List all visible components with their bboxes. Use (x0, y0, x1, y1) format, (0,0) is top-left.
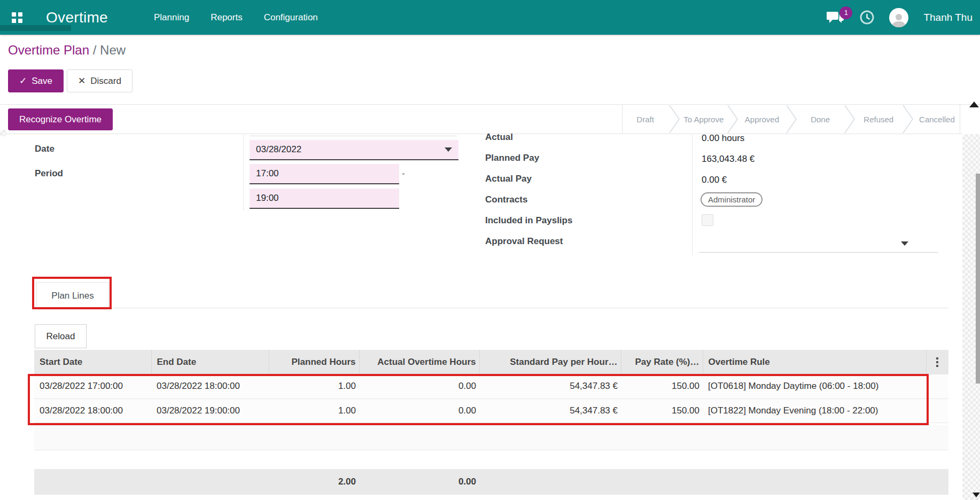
step-chevron-icon (726, 105, 739, 134)
col-pay-rate[interactable]: Pay Rate (%)… (621, 350, 703, 374)
cropped-field-underline (250, 136, 457, 136)
status-step-cancelled[interactable]: Cancelled (914, 115, 960, 124)
person-icon (891, 12, 907, 27)
col-start-date[interactable]: Start Date (34, 350, 151, 374)
actual-pay-label: Actual Pay (485, 174, 532, 184)
actual-label: Actual (485, 132, 513, 143)
approval-request-dropdown[interactable] (699, 252, 938, 253)
step-chevron-icon (785, 105, 798, 134)
discard-button-label: Discard (90, 76, 121, 87)
apps-grid-icon (12, 12, 22, 23)
step-chevron-icon (901, 105, 914, 134)
actual-pay-value: 0.00 € (702, 173, 727, 187)
cell-standard-pay[interactable]: 54,347.83 € (479, 374, 621, 399)
nav-item-planning[interactable]: Planning (154, 12, 189, 23)
table-header-row: Start Date End Date Planned Hours Actual… (34, 350, 948, 374)
period-start-input[interactable]: 17:00 (250, 164, 399, 184)
nav-item-reports[interactable]: Reports (211, 12, 243, 23)
user-name[interactable]: Thanh Thu (923, 12, 973, 24)
actual-value: 0.00 hours (702, 131, 744, 145)
nav-item-configuration[interactable]: Configuration (264, 12, 318, 23)
contracts-label: Contracts (485, 194, 527, 205)
calendar-dropdown-icon (445, 147, 452, 152)
left-group-separator (243, 135, 244, 211)
date-value: 03/28/2022 (256, 144, 301, 155)
apps-menu-indicator (0, 25, 71, 31)
save-button-label: Save (32, 76, 52, 87)
cell-pay-rate[interactable]: 150.00 (621, 399, 703, 423)
tab-plan-lines[interactable]: Plan Lines (36, 282, 109, 309)
included-in-payslips-checkbox[interactable] (702, 214, 713, 226)
status-step-to-approve[interactable]: To Approve (681, 115, 726, 124)
date-input[interactable]: 03/28/2022 (250, 140, 458, 160)
right-group-separator (692, 135, 693, 255)
cell-planned-hours[interactable]: 1.00 (269, 374, 359, 399)
status-step-draft[interactable]: Draft (623, 115, 668, 124)
period-field-label: Period (35, 168, 63, 179)
reload-button[interactable]: Reload (35, 324, 87, 348)
breadcrumb: Overtime Plan / New (8, 43, 126, 58)
table-totals-row: 2.00 0.00 (34, 469, 948, 495)
messages-count-badge: 1 (839, 6, 852, 19)
col-planned-hours[interactable]: Planned Hours (269, 350, 359, 374)
cell-standard-pay[interactable]: 54,347.83 € (479, 399, 621, 423)
transparent-checker-nub (0, 130, 6, 136)
user-avatar[interactable] (889, 8, 908, 27)
planned-pay-label: Planned Pay (485, 153, 539, 163)
date-field-label: Date (35, 144, 55, 154)
included-in-payslips-label: Included in Payslips (485, 215, 572, 226)
column-options-cell (926, 350, 948, 374)
cell-end-date[interactable]: 03/28/2022 18:00:00 (151, 374, 269, 399)
cell-options-spacer (926, 399, 948, 423)
col-overtime-rule[interactable]: Overtime Rule (703, 350, 926, 374)
activities-clock-icon[interactable] (860, 10, 874, 25)
table-row[interactable]: 03/28/2022 17:00:00 03/28/2022 18:00:00 … (34, 374, 948, 399)
status-step-approved[interactable]: Approved (739, 115, 784, 124)
breadcrumb-separator: / (93, 43, 97, 57)
plan-lines-table: Start Date End Date Planned Hours Actual… (34, 350, 948, 423)
col-standard-pay[interactable]: Standard Pay per Hour… (479, 350, 621, 374)
cell-actual-overtime-hours[interactable]: 0.00 (359, 399, 479, 423)
status-step-refused[interactable]: Refused (856, 115, 901, 124)
table-row[interactable]: 03/28/2022 18:00:00 03/28/2022 19:00:00 … (34, 399, 948, 423)
overtime-form-screen: Overtime Planning Reports Configuration … (0, 0, 980, 500)
cell-overtime-rule[interactable]: [OT0618] Monday Daytime (06:00 - 18:00) (703, 374, 926, 399)
check-icon: ✓ (19, 75, 27, 87)
scroll-up-arrow-icon[interactable] (969, 101, 979, 107)
cell-pay-rate[interactable]: 150.00 (621, 374, 703, 399)
status-steps: Draft To Approve Approved Done Refused C… (622, 105, 960, 134)
notebook-border (34, 308, 948, 308)
messages-button[interactable]: 1 (827, 10, 845, 26)
cell-start-date[interactable]: 03/28/2022 18:00:00 (34, 399, 151, 423)
col-actual-overtime-hours[interactable]: Actual Overtime Hours (359, 350, 479, 374)
top-nav: Planning Reports Configuration (154, 12, 318, 23)
discard-button[interactable]: ✕ Discard (67, 69, 133, 92)
contract-tag[interactable]: Administrator (701, 192, 763, 207)
planned-pay-value: 163,043.48 € (702, 152, 755, 166)
scroll-down-arrow-icon[interactable] (973, 493, 980, 497)
recognize-overtime-button[interactable]: Recognize Overtime (8, 108, 113, 130)
top-bar: Overtime Planning Reports Configuration … (0, 0, 980, 35)
period-end-input[interactable]: 19:00 (250, 189, 399, 209)
statusbar: Recognize Overtime Draft To Approve Appr… (0, 105, 962, 134)
step-chevron-icon (668, 105, 681, 134)
breadcrumb-parent-link[interactable]: Overtime Plan (8, 43, 89, 57)
save-button[interactable]: ✓ Save (8, 69, 64, 92)
cell-start-date[interactable]: 03/28/2022 17:00:00 (34, 374, 151, 399)
recognize-overtime-label: Recognize Overtime (19, 114, 102, 125)
empty-table-row[interactable] (34, 425, 948, 450)
scrollbar-thumb[interactable] (976, 174, 980, 384)
column-options-kebab-icon[interactable] (932, 357, 944, 367)
cell-actual-overtime-hours[interactable]: 0.00 (359, 374, 479, 399)
step-chevron-icon (843, 105, 856, 134)
cell-end-date[interactable]: 03/28/2022 19:00:00 (151, 399, 269, 423)
topbar-systray: 1 Thanh Thu (827, 8, 980, 27)
total-actual-overtime-hours: 0.00 (34, 469, 476, 495)
period-end-value: 19:00 (256, 193, 279, 204)
col-end-date[interactable]: End Date (151, 350, 269, 374)
cell-planned-hours[interactable]: 1.00 (269, 399, 359, 423)
status-step-done[interactable]: Done (798, 115, 843, 124)
cell-overtime-rule[interactable]: [OT1822] Monday Evening (18:00 - 22:00) (703, 399, 926, 423)
period-range-separator: - (402, 168, 405, 179)
approval-request-dropdown-icon (901, 241, 908, 246)
